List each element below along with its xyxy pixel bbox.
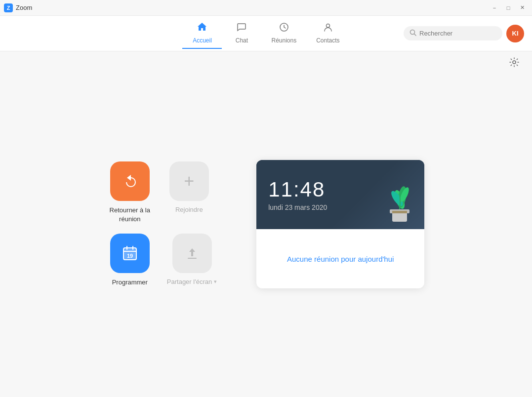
svg-text:19: 19 bbox=[127, 253, 133, 259]
minimize-button[interactable]: − bbox=[489, 2, 500, 14]
partager-chevron-icon: ▾ bbox=[214, 278, 217, 285]
action-programmer[interactable]: 19 Programmer bbox=[108, 234, 152, 287]
tab-accueil-label: Accueil bbox=[193, 37, 212, 44]
titlebar: Z Zoom − □ ✕ bbox=[0, 0, 532, 16]
app-title: Zoom bbox=[16, 4, 32, 11]
svg-point-5 bbox=[513, 61, 516, 64]
svg-point-3 bbox=[326, 24, 329, 28]
main-content: Retourner à laréunion + Rejoindre bbox=[0, 51, 532, 397]
retourner-label: Retourner à laréunion bbox=[110, 206, 150, 224]
close-button[interactable]: ✕ bbox=[516, 2, 528, 14]
clock-section: 11:48 lundi 23 mars 2020 bbox=[256, 160, 424, 229]
clock-time: 11:48 bbox=[268, 178, 325, 201]
nav-tabs: Accueil Chat Réunions bbox=[182, 18, 349, 49]
clock-date: lundi 23 mars 2020 bbox=[268, 203, 327, 211]
maximize-button[interactable]: □ bbox=[502, 2, 514, 14]
contacts-icon bbox=[323, 22, 333, 35]
action-row-1: Retourner à laréunion + Rejoindre bbox=[108, 161, 217, 224]
action-partager[interactable]: Partager l'écran ▾ bbox=[167, 234, 217, 285]
partager-label-row: Partager l'écran ▾ bbox=[167, 278, 217, 285]
plant-decoration-icon bbox=[375, 170, 424, 229]
tab-chat-label: Chat bbox=[236, 37, 248, 44]
titlebar-left: Z Zoom bbox=[4, 3, 32, 12]
search-icon bbox=[409, 29, 416, 38]
left-actions: Retourner à laréunion + Rejoindre bbox=[108, 161, 217, 287]
partager-label: Partager l'écran bbox=[167, 278, 212, 285]
svg-rect-15 bbox=[392, 211, 407, 213]
avatar[interactable]: KI bbox=[506, 25, 524, 42]
clock-icon bbox=[279, 22, 289, 35]
action-row-2: 19 Programmer Partager l'écran ▾ bbox=[108, 234, 217, 287]
right-panel: 11:48 lundi 23 mars 2020 Aucune réunion … bbox=[256, 160, 424, 288]
partager-icon-wrap bbox=[172, 234, 212, 273]
navbar: Accueil Chat Réunions bbox=[0, 16, 532, 51]
app-logo: Z bbox=[4, 3, 13, 12]
meeting-info: Aucune réunion pour aujourd'hui bbox=[256, 229, 424, 288]
settings-button[interactable] bbox=[506, 54, 522, 70]
programmer-icon-wrap: 19 bbox=[110, 234, 150, 273]
action-retourner[interactable]: Retourner à laréunion bbox=[108, 161, 152, 224]
tab-reunions[interactable]: Réunions bbox=[261, 18, 306, 49]
action-rejoindre[interactable]: + Rejoindre bbox=[167, 161, 211, 213]
svg-text:Z: Z bbox=[7, 5, 10, 11]
tab-reunions-label: Réunions bbox=[271, 37, 296, 44]
tab-chat[interactable]: Chat bbox=[222, 18, 261, 49]
rejoindre-icon-wrap: + bbox=[169, 161, 209, 201]
chat-icon bbox=[236, 22, 247, 35]
rejoindre-label: Rejoindre bbox=[175, 206, 203, 213]
tab-contacts-label: Contacts bbox=[316, 37, 339, 44]
search-input[interactable] bbox=[419, 30, 493, 37]
nav-right: KI bbox=[404, 25, 524, 42]
settings-area bbox=[506, 54, 522, 70]
tab-accueil[interactable]: Accueil bbox=[182, 18, 222, 49]
tab-contacts[interactable]: Contacts bbox=[306, 18, 349, 49]
window-controls: − □ ✕ bbox=[489, 2, 528, 14]
retourner-icon-wrap bbox=[110, 161, 150, 201]
search-box[interactable] bbox=[404, 26, 502, 40]
home-icon bbox=[197, 22, 207, 35]
no-meeting-text: Aucune réunion pour aujourd'hui bbox=[287, 255, 394, 263]
programmer-label: Programmer bbox=[112, 278, 148, 287]
